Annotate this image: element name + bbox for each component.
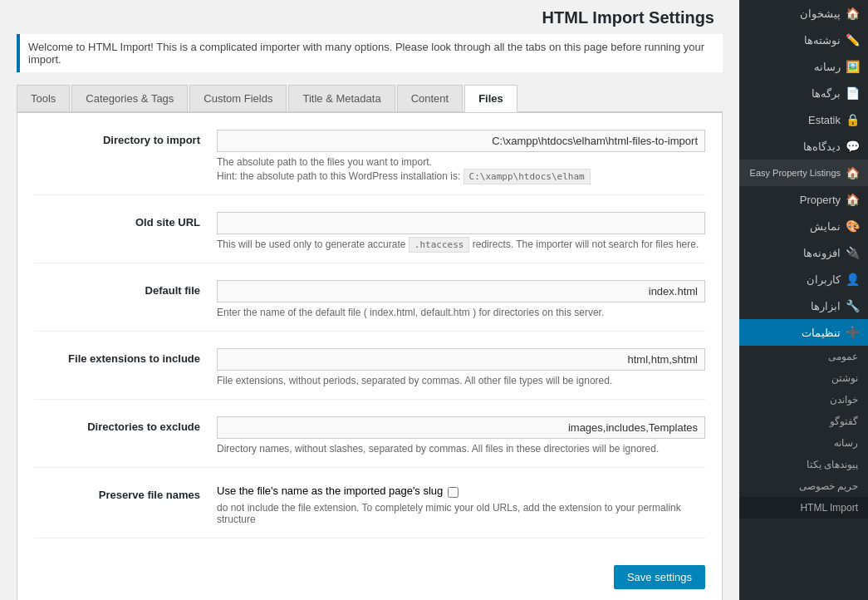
inbox-icon: 🏠 (846, 7, 860, 20)
row-preserve-names: Preserve file names Use the file's name … (34, 484, 705, 539)
sidebar-item-tools[interactable]: 🔧 ابزارها (739, 293, 868, 319)
settings-icon: ➕ (846, 326, 860, 339)
sidebar-label-pages: برگه‌ها (812, 87, 841, 100)
desc-directory: The absolute path to the files you want … (217, 156, 705, 168)
sidebar-item-estatik[interactable]: 🔒 Estatik (739, 106, 868, 133)
content-directory: The absolute path to the files you want … (217, 130, 705, 182)
save-row: Save settings (34, 555, 705, 589)
checkbox-preserve[interactable] (448, 487, 459, 498)
sidebar-label-estatik: Estatik (808, 114, 841, 126)
settings-form: Directory to import The absolute path to… (17, 112, 723, 600)
content-preserve-names: Use the file's name as the imported page… (217, 484, 705, 525)
sidebar-label-settings: تنظیمات (802, 327, 841, 339)
sidebar-item-posts[interactable]: ✏️ نوشته‌ها (739, 27, 868, 53)
sidebar-submenu-permalinks[interactable]: پیوندهای یکتا (739, 454, 868, 475)
sidebar-label-comments: دیدگاه‌ها (803, 140, 841, 153)
sidebar-label-tools: ابزارها (811, 300, 841, 312)
tabs-bar: Tools Categories & Tags Custom Fields Ti… (17, 85, 723, 112)
tab-categories-tags[interactable]: Categories & Tags (71, 85, 188, 111)
tab-tools[interactable]: Tools (17, 85, 70, 111)
label-preserve-names: Preserve file names (34, 484, 217, 501)
plugins-icon: 🔌 (846, 246, 860, 259)
content-file-extensions: File extensions, without periods, separa… (217, 348, 705, 386)
media-icon: 🖼️ (846, 60, 860, 73)
sidebar-item-plugins[interactable]: 🔌 افزونه‌ها (739, 239, 868, 266)
sidebar-label-users: کاربران (807, 273, 841, 286)
checkbox-label-preserve: Use the file's name as the imported page… (217, 484, 443, 497)
tab-custom-fields[interactable]: Custom Fields (189, 85, 287, 111)
sidebar-item-appearance[interactable]: 🎨 نمایش (739, 213, 868, 239)
comments-icon: 💬 (846, 140, 860, 153)
hint-code-directory: C:\xampp\htdocs\elham (463, 169, 591, 184)
sidebar-label-plugins: افزونه‌ها (803, 247, 841, 259)
page-title: HTML Import Settings (17, 8, 723, 27)
row-default-file: Default file Enter the name of the defau… (34, 280, 705, 332)
input-directories-exclude[interactable] (217, 416, 705, 439)
sidebar-submenu-reading[interactable]: خواندن (739, 389, 868, 411)
label-directory: Directory to import (34, 130, 217, 146)
sidebar-submenu-discussion[interactable]: گفتوگو (739, 411, 868, 432)
row-old-url: Old site URL This will be used only to g… (34, 212, 705, 263)
input-old-url[interactable] (217, 212, 705, 234)
htaccess-code: .htaccess (409, 237, 470, 253)
content-directories-exclude: Directory names, without slashes, separa… (217, 416, 705, 455)
property-icon: 🏠 (846, 193, 860, 206)
sidebar-item-settings[interactable]: ➕ تنظیمات (739, 319, 868, 346)
sidebar-submenu-privacy[interactable]: حریم خصوصی (739, 475, 868, 497)
estatik-icon: 🔒 (846, 113, 860, 126)
easy-property-icon: 🏠 (846, 166, 860, 180)
sidebar-item-users[interactable]: 👤 کاربران (739, 266, 868, 293)
row-directory: Directory to import The absolute path to… (34, 130, 705, 195)
desc-default-file: Enter the name of the default file ( ind… (217, 307, 705, 318)
input-directory[interactable] (217, 130, 705, 152)
label-default-file: Default file (34, 280, 217, 297)
desc-preserve-names: do not include the file extension. To co… (217, 502, 705, 525)
sidebar-item-easy-property[interactable]: 🏠 Easy Property Listings (739, 160, 868, 186)
users-icon: 👤 (846, 273, 860, 286)
sidebar-submenu-html-import[interactable]: HTML Import (739, 497, 868, 519)
hint-directory: Hint: the absolute path to this WordPres… (217, 170, 705, 182)
sidebar-label-appearance: نمایش (810, 220, 841, 233)
row-directories-exclude: Directories to exclude Directory names, … (34, 416, 705, 468)
desc-directories-exclude: Directory names, without slashes, separa… (217, 443, 705, 455)
sidebar: 🏠 پیشخوان ✏️ نوشته‌ها 🖼️ رسانه 📄 برگه‌ها… (739, 0, 868, 600)
tab-content[interactable]: Content (397, 85, 463, 111)
row-file-extensions: File extensions to include File extensio… (34, 348, 705, 400)
label-old-url: Old site URL (34, 212, 217, 229)
label-directories-exclude: Directories to exclude (34, 416, 217, 433)
sidebar-item-comments[interactable]: 💬 دیدگاه‌ها (739, 133, 868, 160)
sidebar-label-property: Property (800, 194, 841, 206)
tab-title-metadata[interactable]: Title & Metadata (288, 85, 395, 111)
sidebar-item-property[interactable]: 🏠 Property (739, 186, 868, 213)
sidebar-label-easy-property: Easy Property Listings (750, 168, 841, 178)
sidebar-label-inbox: پیشخوان (800, 7, 841, 20)
sidebar-item-pages[interactable]: 📄 برگه‌ها (739, 80, 868, 106)
desc-old-url: This will be used only to generate accur… (217, 239, 705, 250)
posts-icon: ✏️ (846, 33, 860, 47)
checkbox-row-preserve: Use the file's name as the imported page… (217, 484, 705, 498)
content-old-url: This will be used only to generate accur… (217, 212, 705, 250)
sidebar-label-posts: نوشته‌ها (804, 34, 841, 47)
input-file-extensions[interactable] (217, 348, 705, 371)
appearance-icon: 🎨 (846, 219, 860, 233)
tab-files[interactable]: Files (464, 85, 517, 112)
save-button[interactable]: Save settings (614, 565, 705, 589)
sidebar-label-media: رسانه (814, 61, 841, 73)
tools-icon: 🔧 (846, 299, 860, 312)
desc-file-extensions: File extensions, without periods, separa… (217, 375, 705, 386)
input-default-file[interactable] (217, 280, 705, 302)
sidebar-submenu-writing[interactable]: نوشتن (739, 367, 868, 389)
sidebar-item-media[interactable]: 🖼️ رسانه (739, 53, 868, 80)
sidebar-item-inbox[interactable]: 🏠 پیشخوان (739, 0, 868, 27)
sidebar-submenu-general[interactable]: عمومی (739, 346, 868, 367)
sidebar-submenu-media[interactable]: رسانه (739, 432, 868, 454)
content-default-file: Enter the name of the default file ( ind… (217, 280, 705, 318)
welcome-message: Welcome to HTML Import! This is a compli… (17, 34, 723, 72)
label-file-extensions: File extensions to include (34, 348, 217, 365)
pages-icon: 📄 (846, 86, 860, 100)
